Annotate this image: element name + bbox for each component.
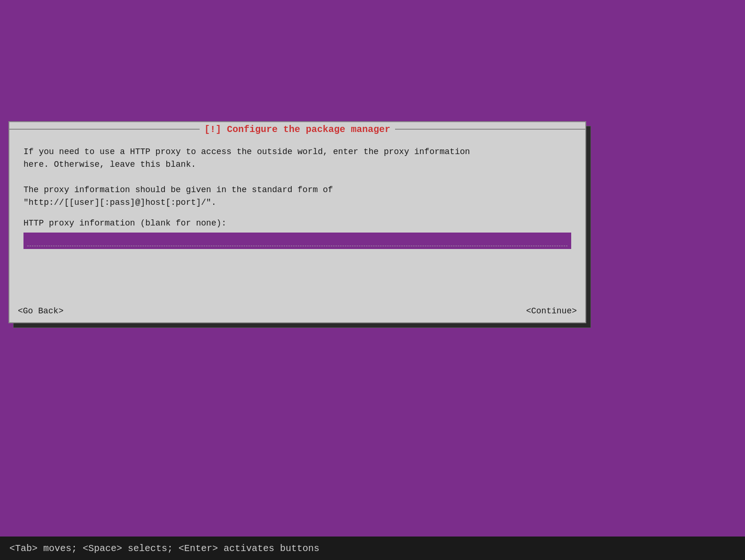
go-back-button[interactable]: <Go Back>	[14, 304, 67, 318]
desc-line1: If you need to use a HTTP proxy to acces…	[23, 147, 470, 156]
title-line-right	[395, 129, 585, 130]
status-bar: <Tab> moves; <Space> selects; <Enter> ac…	[0, 537, 745, 560]
dialog-title-bar: [!] Configure the package manager	[9, 122, 585, 136]
input-underline	[27, 246, 567, 246]
title-line-left	[9, 129, 200, 130]
desc-line2: here. Otherwise, leave this blank.	[23, 160, 196, 169]
proxy-input-container[interactable]	[23, 233, 571, 249]
terminal-background: [!] Configure the package manager If you…	[0, 0, 745, 560]
desc-line3: The proxy information should be given in…	[23, 185, 333, 194]
description-text: If you need to use a HTTP proxy to acces…	[23, 146, 571, 209]
dialog-buttons: <Go Back> <Continue>	[9, 304, 585, 322]
proxy-form-label: HTTP proxy information (blank for none):	[23, 218, 571, 228]
status-bar-text: <Tab> moves; <Space> selects; <Enter> ac…	[9, 543, 319, 554]
proxy-input[interactable]	[27, 235, 567, 245]
continue-button[interactable]: <Continue>	[522, 304, 581, 318]
dialog-body: If you need to use a HTTP proxy to acces…	[9, 136, 585, 304]
configure-package-manager-dialog: [!] Configure the package manager If you…	[8, 121, 586, 323]
desc-line4: "http://[[user][:pass]@]host[:port]/".	[23, 198, 216, 207]
dialog-title: [!] Configure the package manager	[200, 124, 395, 135]
